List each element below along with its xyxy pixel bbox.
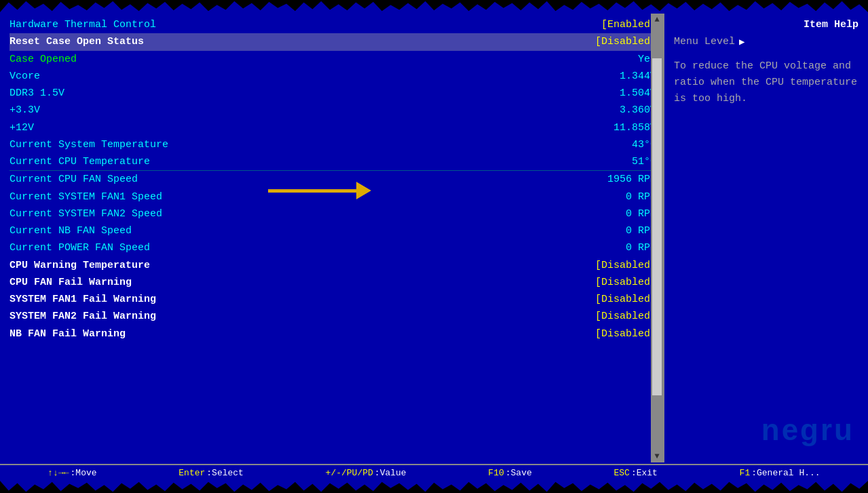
table-row: Case Opened Yes [10,51,656,68]
status-item-move: ↑↓→← :Move [48,468,96,478]
status-desc: :Value [375,468,407,478]
row-value: [Disabled] [595,309,656,324]
status-key: ESC [614,468,629,478]
table-row: Current POWER FAN Speed 0 RPM [10,239,656,256]
table-row[interactable]: Reset Case Open Status [Disabled] [10,33,656,50]
table-row: Current CPU FAN Speed 1956 RPM [10,170,656,188]
cpu-temp-row: Current CPU Temperature 51°C [10,153,656,170]
scrollbar-thumb[interactable] [652,58,662,395]
row-value: [Enabled] [601,17,656,33]
row-label: Current NB FAN Speed [10,223,132,239]
status-key: F10 [488,468,504,478]
bios-content: Hardware Thermal Control [Enabled] Reset… [0,12,868,481]
row-value: 11.858V [614,120,656,136]
table-row[interactable]: SYSTEM FAN2 Fail Warning [Disabled] [10,308,656,325]
row-label: Current SYSTEM FAN2 Speed [10,206,162,222]
row-label: CPU FAN Fail Warning [10,275,132,290]
row-label: +12V [10,120,34,136]
torn-edge-bottom [0,481,868,493]
status-key: ↑↓→← [48,468,69,478]
status-key: +/-/PU/PD [326,468,373,478]
item-help-title: Item Help [674,19,858,31]
table-row[interactable]: SYSTEM FAN1 Fail Warning [Disabled] [10,291,656,308]
table-row: +3.3V 3.360V [10,102,656,119]
status-key: Enter [178,468,205,478]
status-item-help: F1 :General H... [740,468,820,478]
status-item-save: F10 :Save [488,468,531,478]
row-label: Current CPU Temperature [10,154,150,170]
row-label: +3.3V [10,102,40,118]
row-label: Reset Case Open Status [10,34,144,50]
scrollbar[interactable]: ▲ ▼ [651,14,663,462]
row-label: Current SYSTEM FAN1 Speed [10,189,162,205]
main-area: Hardware Thermal Control [Enabled] Reset… [0,12,868,464]
table-row[interactable]: NB FAN Fail Warning [Disabled] [10,326,656,342]
status-desc: :Exit [631,468,658,478]
row-label: Case Opened [10,52,77,67]
item-help-description: To reduce the CPU voltage and ratio when… [674,58,858,107]
row-value: 1956 RPM [607,172,656,187]
table-row: Current SYSTEM FAN2 Speed 0 RPM [10,205,656,222]
status-item-exit: ESC :Exit [614,468,657,478]
row-label: DDR3 1.5V [10,85,64,101]
status-key: F1 [740,468,751,478]
row-label: Hardware Thermal Control [10,17,156,33]
table-row: Hardware Thermal Control [Enabled] [10,16,656,33]
table-row: Vcore 1.344V [10,68,656,85]
torn-edge-top [0,0,868,12]
status-item-value: +/-/PU/PD :Value [326,468,407,478]
status-desc: :Move [71,468,97,478]
scroll-down-icon[interactable]: ▼ [654,452,659,461]
status-bar: ↑↓→← :Move Enter :Select +/-/PU/PD :Valu… [0,464,868,481]
table-row: Current NB FAN Speed 0 RPM [10,222,656,239]
table-row: +12V 11.858V [10,119,656,136]
watermark: negru [761,413,854,447]
scroll-up-icon[interactable]: ▲ [654,15,659,24]
menu-level-label: Menu Level [674,36,735,47]
bios-screen: Hardware Thermal Control [Enabled] Reset… [0,0,868,493]
table-row[interactable]: CPU Warning Temperature [Disabled] [10,257,656,274]
row-label: Current System Temperature [10,137,168,153]
row-label: Current CPU FAN Speed [10,172,138,187]
table-row: Current System Temperature 43°C [10,136,656,153]
left-panel: Hardware Thermal Control [Enabled] Reset… [0,14,664,462]
status-desc: :General H... [751,468,820,478]
row-label: NB FAN Fail Warning [10,326,126,342]
status-desc: :Save [506,468,532,478]
row-value: [Disabled] [595,292,656,307]
row-label: SYSTEM FAN2 Fail Warning [10,309,156,324]
row-value: [Disabled] [595,34,656,50]
table-row[interactable]: CPU FAN Fail Warning [Disabled] [10,274,656,291]
row-label: SYSTEM FAN1 Fail Warning [10,292,156,307]
table-row: Current SYSTEM FAN1 Speed 0 RPM [10,189,656,205]
row-value: [Disabled] [595,258,656,273]
row-value: [Disabled] [595,326,656,342]
row-label: Vcore [10,68,40,84]
menu-level-row: Menu Level ▶ [674,36,858,47]
status-desc: :Select [206,468,244,478]
menu-level-arrow-icon: ▶ [739,36,744,47]
row-value: [Disabled] [595,275,656,290]
table-row: DDR3 1.5V 1.504V [10,85,656,102]
right-panel: Item Help Menu Level ▶ To reduce the CPU… [664,14,868,462]
status-item-select: Enter :Select [178,468,244,478]
row-label: CPU Warning Temperature [10,258,150,273]
row-label: Current POWER FAN Speed [10,240,150,256]
